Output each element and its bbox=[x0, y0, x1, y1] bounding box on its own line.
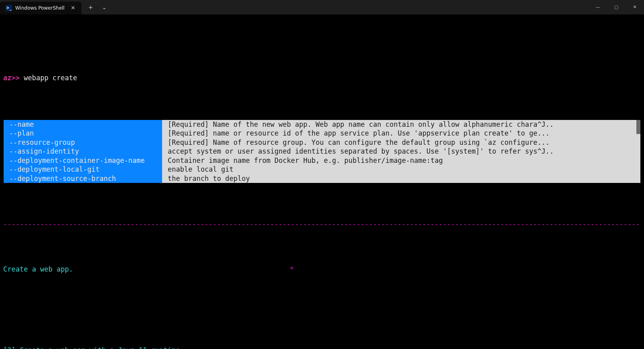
command-input[interactable]: webapp create bbox=[24, 73, 77, 83]
help-title-row: Create a web app. * bbox=[3, 265, 641, 274]
separator: ----------------------------------------… bbox=[3, 219, 641, 229]
ac-desc: [Required] name or resource id of the ap… bbox=[162, 129, 640, 138]
ac-option-assign-identity[interactable]: --assign-identity bbox=[4, 147, 162, 156]
ac-desc: [Required] Name of resource group. You c… bbox=[162, 138, 640, 147]
ac-option-deployment-container-image-name[interactable]: --deployment-container-image-name bbox=[4, 156, 162, 165]
autocomplete-options: --name --plan --resource-group --assign-… bbox=[4, 120, 162, 183]
prompt-line: az>> webapp create bbox=[3, 73, 641, 83]
terminal-body[interactable]: az>> webapp create --name --plan --resou… bbox=[0, 14, 644, 349]
tab-powershell[interactable]: >_ Windows PowerShell ✕ bbox=[0, 2, 81, 14]
powershell-icon: >_ bbox=[6, 5, 12, 11]
minimize-button[interactable]: — bbox=[589, 0, 607, 14]
help-title: Create a web app. bbox=[3, 265, 73, 274]
ac-option-resource-group[interactable]: --resource-group bbox=[4, 138, 162, 147]
autocomplete-descriptions: [Required] Name of the new web app. Web … bbox=[162, 120, 640, 183]
tab-title: Windows PowerShell bbox=[15, 4, 65, 13]
ac-option-deployment-source-branch[interactable]: --deployment-source-branch bbox=[4, 174, 162, 183]
ac-desc: accept system or user assigned identitie… bbox=[162, 147, 640, 156]
window-controls: — ▢ ✕ bbox=[589, 0, 644, 14]
ac-desc: [Required] Name of the new web app. Web … bbox=[162, 120, 640, 129]
example-line: [2] Create a web app with a Java 11 runt… bbox=[3, 346, 641, 349]
app-window: >_ Windows PowerShell ✕ + ⌄ — ▢ ✕ az>> w… bbox=[0, 0, 644, 349]
tab-dropdown-button[interactable]: ⌄ bbox=[98, 1, 110, 13]
ac-desc: the branch to deploy bbox=[162, 174, 640, 183]
ac-option-deployment-local-git[interactable]: --deployment-local-git bbox=[4, 165, 162, 174]
new-tab-button[interactable]: + bbox=[85, 1, 97, 13]
autocomplete-popup[interactable]: --name --plan --resource-group --assign-… bbox=[3, 120, 641, 184]
ac-option-name[interactable]: --name bbox=[4, 120, 162, 129]
titlebar: >_ Windows PowerShell ✕ + ⌄ — ▢ ✕ bbox=[0, 0, 644, 14]
ac-desc: enable local git bbox=[162, 165, 640, 174]
close-icon[interactable]: ✕ bbox=[70, 5, 76, 11]
help-star: * bbox=[290, 265, 294, 274]
ac-option-plan[interactable]: --plan bbox=[4, 129, 162, 138]
prompt-prefix: az>> bbox=[3, 73, 20, 83]
maximize-button[interactable]: ▢ bbox=[607, 0, 626, 14]
tab-actions: + ⌄ bbox=[81, 0, 114, 14]
ac-desc: Container image name from Docker Hub, e.… bbox=[162, 156, 640, 165]
window-close-button[interactable]: ✕ bbox=[626, 0, 644, 14]
